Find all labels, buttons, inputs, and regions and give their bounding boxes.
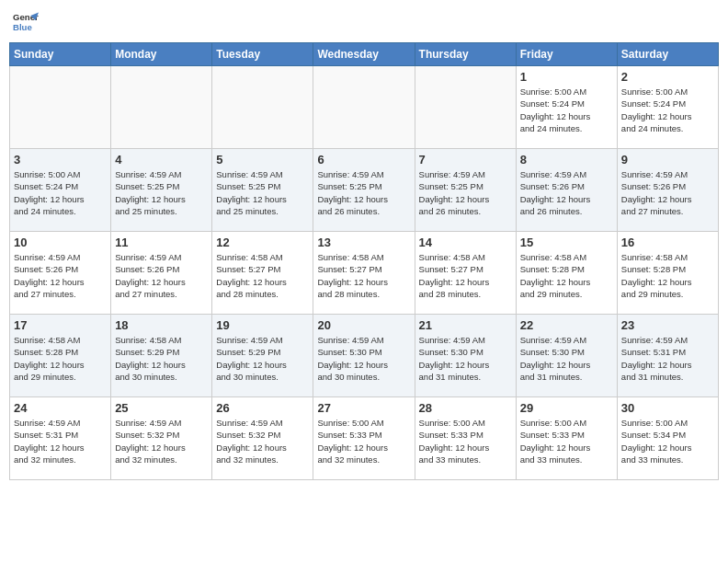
week-row-4: 17Sunrise: 4:58 AMSunset: 5:28 PMDayligh… xyxy=(10,315,719,397)
weekday-header-sunday: Sunday xyxy=(10,43,111,66)
weekday-header-monday: Monday xyxy=(111,43,212,66)
day-info: Sunrise: 5:00 AMSunset: 5:34 PMDaylight:… xyxy=(621,417,714,465)
calendar-cell: 26Sunrise: 4:59 AMSunset: 5:32 PMDayligh… xyxy=(212,397,313,480)
calendar-cell: 1Sunrise: 5:00 AMSunset: 5:24 PMDaylight… xyxy=(516,66,617,149)
day-number: 18 xyxy=(115,318,208,332)
day-number: 25 xyxy=(115,401,208,415)
day-info: Sunrise: 5:00 AMSunset: 5:33 PMDaylight:… xyxy=(520,417,613,465)
day-info: Sunrise: 4:59 AMSunset: 5:26 PMDaylight:… xyxy=(14,251,107,300)
calendar-cell: 2Sunrise: 5:00 AMSunset: 5:24 PMDaylight… xyxy=(617,66,718,149)
calendar-cell: 4Sunrise: 4:59 AMSunset: 5:25 PMDaylight… xyxy=(111,149,212,232)
day-number: 17 xyxy=(14,318,107,332)
day-number: 22 xyxy=(520,318,613,332)
day-info: Sunrise: 4:59 AMSunset: 5:25 PMDaylight:… xyxy=(216,168,309,217)
weekday-header-thursday: Thursday xyxy=(415,43,516,66)
week-row-1: 1Sunrise: 5:00 AMSunset: 5:24 PMDaylight… xyxy=(10,66,719,149)
calendar-cell: 17Sunrise: 4:58 AMSunset: 5:28 PMDayligh… xyxy=(10,315,111,397)
weekday-header-wednesday: Wednesday xyxy=(313,43,415,66)
day-number: 8 xyxy=(520,153,613,167)
day-number: 19 xyxy=(216,318,309,332)
day-number: 2 xyxy=(621,70,714,84)
day-info: Sunrise: 4:58 AMSunset: 5:27 PMDaylight:… xyxy=(419,251,512,300)
day-number: 10 xyxy=(14,236,107,249)
logo-icon: General Blue xyxy=(13,9,39,35)
day-info: Sunrise: 4:59 AMSunset: 5:25 PMDaylight:… xyxy=(419,168,512,217)
day-number: 12 xyxy=(216,236,309,249)
weekday-header-saturday: Saturday xyxy=(617,43,718,66)
day-info: Sunrise: 4:58 AMSunset: 5:29 PMDaylight:… xyxy=(115,334,208,383)
calendar-cell: 10Sunrise: 4:59 AMSunset: 5:26 PMDayligh… xyxy=(10,232,111,315)
week-row-5: 24Sunrise: 4:59 AMSunset: 5:31 PMDayligh… xyxy=(10,397,719,480)
day-number: 13 xyxy=(317,236,410,249)
calendar-cell: 6Sunrise: 4:59 AMSunset: 5:25 PMDaylight… xyxy=(313,149,415,232)
day-info: Sunrise: 4:59 AMSunset: 5:32 PMDaylight:… xyxy=(115,417,208,465)
calendar-cell: 22Sunrise: 4:59 AMSunset: 5:30 PMDayligh… xyxy=(516,315,617,397)
day-info: Sunrise: 4:59 AMSunset: 5:32 PMDaylight:… xyxy=(216,417,309,465)
day-number: 14 xyxy=(419,236,512,249)
day-number: 24 xyxy=(14,401,107,415)
calendar-cell: 5Sunrise: 4:59 AMSunset: 5:25 PMDaylight… xyxy=(212,149,313,232)
day-number: 20 xyxy=(317,318,410,332)
day-info: Sunrise: 4:59 AMSunset: 5:25 PMDaylight:… xyxy=(317,168,410,217)
weekday-header-friday: Friday xyxy=(516,43,617,66)
day-number: 7 xyxy=(419,153,512,167)
week-row-2: 3Sunrise: 5:00 AMSunset: 5:24 PMDaylight… xyxy=(10,149,719,232)
day-info: Sunrise: 4:59 AMSunset: 5:26 PMDaylight:… xyxy=(520,168,613,217)
day-number: 30 xyxy=(621,401,714,415)
day-info: Sunrise: 4:58 AMSunset: 5:28 PMDaylight:… xyxy=(621,251,714,300)
logo: General Blue xyxy=(13,9,39,35)
calendar-cell: 15Sunrise: 4:58 AMSunset: 5:28 PMDayligh… xyxy=(516,232,617,315)
day-number: 29 xyxy=(520,401,613,415)
day-info: Sunrise: 5:00 AMSunset: 5:24 PMDaylight:… xyxy=(621,86,714,134)
page-header: General Blue xyxy=(9,9,719,35)
calendar-cell: 18Sunrise: 4:58 AMSunset: 5:29 PMDayligh… xyxy=(111,315,212,397)
day-info: Sunrise: 4:59 AMSunset: 5:26 PMDaylight:… xyxy=(115,251,208,300)
calendar-cell: 13Sunrise: 4:58 AMSunset: 5:27 PMDayligh… xyxy=(313,232,415,315)
day-info: Sunrise: 4:58 AMSunset: 5:28 PMDaylight:… xyxy=(520,251,613,300)
day-info: Sunrise: 4:59 AMSunset: 5:31 PMDaylight:… xyxy=(621,334,714,383)
calendar-cell: 3Sunrise: 5:00 AMSunset: 5:24 PMDaylight… xyxy=(10,149,111,232)
calendar-cell: 7Sunrise: 4:59 AMSunset: 5:25 PMDaylight… xyxy=(415,149,516,232)
day-number: 5 xyxy=(216,153,309,167)
day-info: Sunrise: 4:58 AMSunset: 5:28 PMDaylight:… xyxy=(14,334,107,383)
day-info: Sunrise: 5:00 AMSunset: 5:24 PMDaylight:… xyxy=(14,168,107,217)
day-info: Sunrise: 4:59 AMSunset: 5:26 PMDaylight:… xyxy=(621,168,714,217)
calendar-cell: 9Sunrise: 4:59 AMSunset: 5:26 PMDaylight… xyxy=(617,149,718,232)
calendar-cell: 27Sunrise: 5:00 AMSunset: 5:33 PMDayligh… xyxy=(313,397,415,480)
day-info: Sunrise: 5:00 AMSunset: 5:33 PMDaylight:… xyxy=(317,417,410,465)
calendar-cell: 19Sunrise: 4:59 AMSunset: 5:29 PMDayligh… xyxy=(212,315,313,397)
day-number: 27 xyxy=(317,401,410,415)
calendar-cell: 14Sunrise: 4:58 AMSunset: 5:27 PMDayligh… xyxy=(415,232,516,315)
calendar-cell: 30Sunrise: 5:00 AMSunset: 5:34 PMDayligh… xyxy=(617,397,718,480)
calendar-cell: 21Sunrise: 4:59 AMSunset: 5:30 PMDayligh… xyxy=(415,315,516,397)
calendar-cell: 29Sunrise: 5:00 AMSunset: 5:33 PMDayligh… xyxy=(516,397,617,480)
day-info: Sunrise: 4:59 AMSunset: 5:29 PMDaylight:… xyxy=(216,334,309,383)
day-info: Sunrise: 4:59 AMSunset: 5:25 PMDaylight:… xyxy=(115,168,208,217)
day-number: 9 xyxy=(621,153,714,167)
calendar-cell: 16Sunrise: 4:58 AMSunset: 5:28 PMDayligh… xyxy=(617,232,718,315)
day-number: 26 xyxy=(216,401,309,415)
day-info: Sunrise: 5:00 AMSunset: 5:33 PMDaylight:… xyxy=(419,417,512,465)
calendar-cell: 25Sunrise: 4:59 AMSunset: 5:32 PMDayligh… xyxy=(111,397,212,480)
day-number: 4 xyxy=(115,153,208,167)
day-number: 1 xyxy=(520,70,613,84)
calendar-cell: 8Sunrise: 4:59 AMSunset: 5:26 PMDaylight… xyxy=(516,149,617,232)
day-number: 23 xyxy=(621,318,714,332)
calendar-cell: 20Sunrise: 4:59 AMSunset: 5:30 PMDayligh… xyxy=(313,315,415,397)
day-info: Sunrise: 4:59 AMSunset: 5:30 PMDaylight:… xyxy=(317,334,410,383)
weekday-header-row: SundayMondayTuesdayWednesdayThursdayFrid… xyxy=(10,43,719,66)
calendar: SundayMondayTuesdayWednesdayThursdayFrid… xyxy=(9,42,719,480)
calendar-cell xyxy=(313,66,415,149)
calendar-cell: 24Sunrise: 4:59 AMSunset: 5:31 PMDayligh… xyxy=(10,397,111,480)
svg-text:Blue: Blue xyxy=(13,22,32,32)
day-number: 21 xyxy=(419,318,512,332)
day-number: 16 xyxy=(621,236,714,249)
day-number: 28 xyxy=(419,401,512,415)
calendar-cell xyxy=(415,66,516,149)
weekday-header-tuesday: Tuesday xyxy=(212,43,313,66)
week-row-3: 10Sunrise: 4:59 AMSunset: 5:26 PMDayligh… xyxy=(10,232,719,315)
day-number: 3 xyxy=(14,153,107,167)
day-info: Sunrise: 5:00 AMSunset: 5:24 PMDaylight:… xyxy=(520,86,613,134)
calendar-cell xyxy=(212,66,313,149)
calendar-cell xyxy=(111,66,212,149)
